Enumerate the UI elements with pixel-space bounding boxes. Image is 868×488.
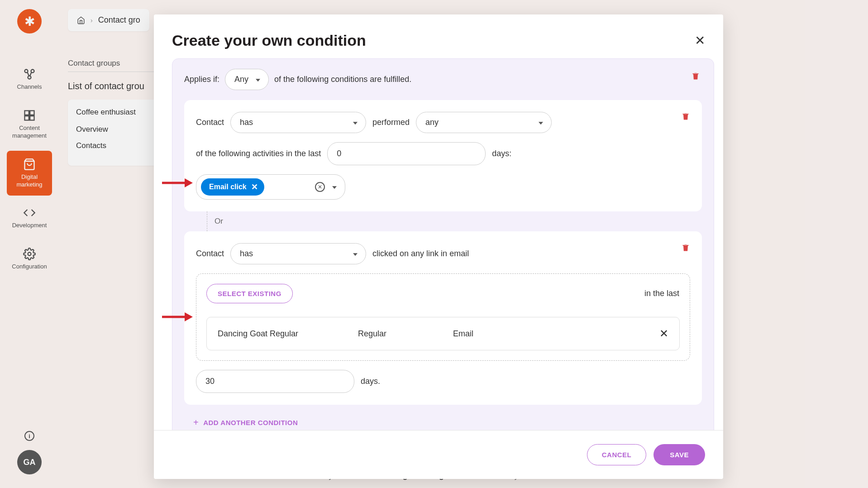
delete-block-icon[interactable] bbox=[691, 72, 700, 81]
clear-all-icon[interactable]: ✕ bbox=[315, 182, 325, 192]
email-type: Regular bbox=[358, 329, 453, 339]
email-selection-box: SELECT EXISTING in the last Dancing Goat… bbox=[196, 273, 690, 361]
selected-email-item: Dancing Goat Regular Regular Email ✕ bbox=[206, 317, 680, 350]
applies-row: Applies if: Any of the following conditi… bbox=[184, 69, 702, 90]
contact-label: Contact bbox=[196, 118, 224, 127]
delete-condition-icon[interactable] bbox=[681, 243, 690, 253]
applies-suffix: of the following conditions are fulfille… bbox=[274, 75, 411, 84]
days-label: days: bbox=[492, 149, 511, 158]
days-input[interactable] bbox=[327, 142, 486, 165]
email-name: Dancing Goat Regular bbox=[218, 329, 358, 339]
clicked-label: clicked on any link in email bbox=[372, 249, 469, 258]
contact-label: Contact bbox=[196, 249, 224, 258]
activity-multiselect[interactable]: Email click ✕ ✕ bbox=[196, 174, 345, 200]
close-icon[interactable]: ✕ bbox=[695, 34, 705, 47]
in-last-label: in the last bbox=[644, 289, 679, 298]
condition-block: Applies if: Any of the following conditi… bbox=[172, 58, 714, 430]
save-button[interactable]: SAVE bbox=[653, 444, 705, 465]
applies-select[interactable]: Any bbox=[225, 69, 269, 90]
condition-card-1: Contact has performed any of the followi… bbox=[184, 100, 702, 211]
modal-body: Applies if: Any of the following conditi… bbox=[154, 58, 723, 430]
plus-icon: + bbox=[193, 417, 199, 428]
annotation-arrow-1 bbox=[162, 177, 194, 188]
delete-condition-icon[interactable] bbox=[681, 112, 690, 122]
cancel-button[interactable]: CANCEL bbox=[587, 444, 647, 465]
remove-tag-icon[interactable]: ✕ bbox=[251, 183, 258, 191]
modal-footer: CANCEL SAVE bbox=[154, 430, 723, 479]
create-condition-modal: Create your own condition ✕ Applies if: … bbox=[154, 14, 723, 479]
or-connector: Or bbox=[207, 211, 702, 231]
days-label: days. bbox=[361, 377, 380, 386]
has-select[interactable]: has bbox=[230, 243, 366, 264]
modal-header: Create your own condition ✕ bbox=[154, 14, 723, 58]
email-channel: Email bbox=[453, 329, 659, 339]
has-select[interactable]: has bbox=[230, 112, 366, 133]
add-another-condition-button[interactable]: + ADD ANOTHER CONDITION bbox=[193, 417, 702, 428]
any-select[interactable]: any bbox=[416, 112, 552, 133]
annotation-arrow-2 bbox=[162, 311, 194, 322]
applies-label: Applies if: bbox=[184, 75, 219, 84]
performed-label: performed bbox=[372, 118, 410, 127]
select-existing-button[interactable]: SELECT EXISTING bbox=[206, 284, 293, 303]
email-click-tag: Email click ✕ bbox=[201, 178, 264, 196]
condition-card-2: Contact has clicked on any link in email… bbox=[184, 231, 702, 405]
remove-email-icon[interactable]: ✕ bbox=[659, 327, 668, 340]
of-activities-label: of the following activities in the last bbox=[196, 149, 321, 158]
modal-title: Create your own condition bbox=[172, 32, 366, 49]
days-input[interactable] bbox=[196, 370, 354, 393]
